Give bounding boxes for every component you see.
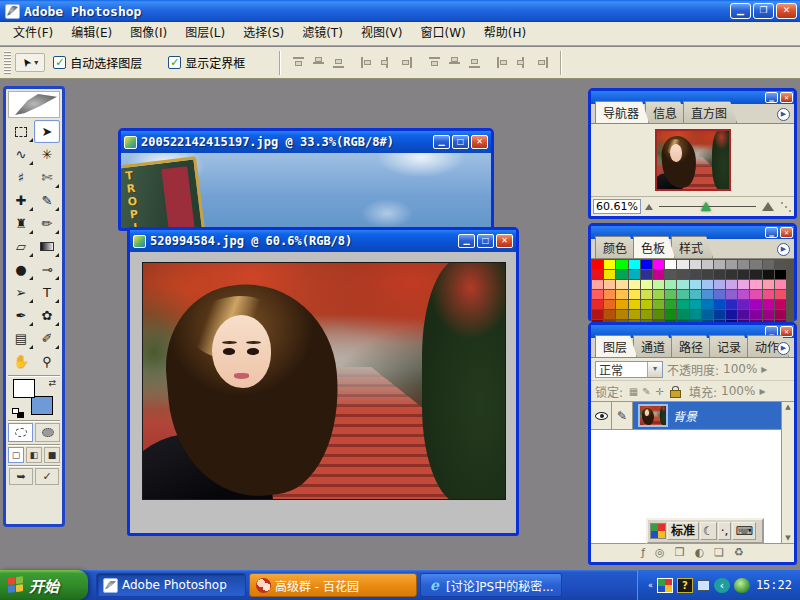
- tool-gradient[interactable]: [34, 235, 60, 258]
- color-swatch[interactable]: [604, 270, 615, 279]
- color-swatch[interactable]: [677, 280, 688, 289]
- color-swatch[interactable]: [726, 270, 737, 279]
- color-swatch[interactable]: [677, 310, 688, 319]
- align-horizontal-centers-button[interactable]: [377, 53, 395, 72]
- tool-magic-wand[interactable]: ✳: [34, 143, 60, 166]
- color-swatch[interactable]: [763, 280, 774, 289]
- move-tool-preset[interactable]: ➤ ▾: [15, 53, 45, 72]
- color-swatch[interactable]: [665, 270, 676, 279]
- color-swatch[interactable]: [653, 300, 664, 309]
- navigator-tab-1[interactable]: 信息: [645, 101, 687, 123]
- delete-layer-button[interactable]: ♻: [734, 545, 744, 561]
- edit-quickmask-mode-button[interactable]: [35, 423, 60, 442]
- layer-style-button[interactable]: ƒ: [641, 545, 645, 561]
- color-swatch[interactable]: [629, 280, 640, 289]
- tool-zoom[interactable]: ⚲: [34, 350, 60, 373]
- color-swatch[interactable]: [750, 310, 761, 319]
- color-swatch[interactable]: [665, 280, 676, 289]
- swatches-tab-2[interactable]: 样式: [671, 236, 713, 258]
- color-swatch[interactable]: [665, 310, 676, 319]
- menu-item-1[interactable]: 编辑(E): [62, 22, 121, 45]
- color-swatch[interactable]: [616, 260, 627, 269]
- layer-row-background[interactable]: ✎ 背景: [591, 402, 794, 430]
- layer-visibility-toggle[interactable]: [591, 402, 612, 429]
- tool-crop[interactable]: ♯: [8, 166, 34, 189]
- color-swatch[interactable]: [763, 310, 774, 319]
- tool-pen[interactable]: ✒: [8, 304, 34, 327]
- color-swatch[interactable]: [616, 280, 627, 289]
- scroll-up-icon[interactable]: ▲: [785, 403, 790, 411]
- network-tray-icon[interactable]: [697, 580, 710, 591]
- color-swatch[interactable]: [750, 280, 761, 289]
- color-swatch[interactable]: [604, 260, 615, 269]
- tool-move[interactable]: ➤: [34, 120, 60, 143]
- color-swatch[interactable]: [641, 290, 652, 299]
- show-bounding-box-checkbox[interactable]: ✓: [168, 56, 181, 69]
- color-swatch[interactable]: [629, 290, 640, 299]
- app-minimize-button[interactable]: ▁: [730, 3, 751, 19]
- distribute-left-edges-button[interactable]: [493, 53, 511, 72]
- color-swatch[interactable]: [714, 300, 725, 309]
- menu-item-7[interactable]: 窗口(W): [411, 22, 474, 45]
- swatches-tab-0[interactable]: 颜色: [595, 236, 637, 258]
- rollup-tray-icon[interactable]: ‹: [714, 578, 730, 593]
- color-swatch[interactable]: [690, 290, 701, 299]
- color-swatch[interactable]: [653, 290, 664, 299]
- menu-item-0[interactable]: 文件(F): [4, 22, 62, 45]
- color-swatch[interactable]: [677, 270, 688, 279]
- lock-transparency-icon[interactable]: ▦: [627, 386, 640, 397]
- navigator-close-button[interactable]: ✕: [780, 92, 793, 103]
- color-swatch[interactable]: [592, 310, 603, 319]
- zoom-out-icon[interactable]: [645, 204, 653, 210]
- fullscreen-mode-button[interactable]: ■: [44, 447, 60, 463]
- tool-slice[interactable]: ✄: [34, 166, 60, 189]
- lock-all-icon[interactable]: [670, 386, 679, 396]
- blend-mode-dropdown-icon[interactable]: ▾: [647, 362, 662, 377]
- color-swatch[interactable]: [629, 270, 640, 279]
- align-left-edges-button[interactable]: [357, 53, 375, 72]
- menu-item-4[interactable]: 选择(S): [234, 22, 293, 45]
- blend-mode-select[interactable]: 正常 ▾: [595, 361, 663, 378]
- color-swatch[interactable]: [604, 290, 615, 299]
- color-swatch[interactable]: [775, 310, 786, 319]
- layer-name[interactable]: 背景: [673, 407, 781, 424]
- menu-item-3[interactable]: 图层(L): [176, 22, 234, 45]
- color-swatch[interactable]: [690, 310, 701, 319]
- layer-thumbnail[interactable]: [638, 404, 668, 427]
- color-swatch[interactable]: [726, 280, 737, 289]
- tool-blur[interactable]: ●: [8, 258, 34, 281]
- fill-arrow-icon[interactable]: ▸: [759, 384, 765, 398]
- distribute-horizontal-centers-button[interactable]: [513, 53, 531, 72]
- navigator-tab-0[interactable]: 导航器: [595, 101, 649, 123]
- distribute-vertical-centers-button[interactable]: [445, 53, 463, 72]
- menu-item-8[interactable]: 帮助(H): [475, 22, 535, 45]
- color-swatch[interactable]: [726, 290, 737, 299]
- hide-icons-chevron[interactable]: «: [648, 581, 653, 590]
- document-window-front[interactable]: 520994584.jpg @ 60.6%(RGB/8) ▁ □ ✕: [127, 227, 519, 536]
- scroll-down-icon[interactable]: ▼: [785, 534, 790, 542]
- doc-front-maximize-button[interactable]: □: [477, 234, 494, 248]
- tool-eyedropper[interactable]: ✐: [34, 327, 60, 350]
- ime-mode-button[interactable]: 标准: [667, 522, 699, 540]
- color-swatch[interactable]: [653, 270, 664, 279]
- color-swatch[interactable]: [665, 260, 676, 269]
- align-top-edges-button[interactable]: [289, 53, 307, 72]
- color-swatch[interactable]: [677, 300, 688, 309]
- color-swatch[interactable]: [702, 260, 713, 269]
- navigator-zoom-input[interactable]: [593, 199, 641, 214]
- task-button-ie[interactable]: e[讨论]PS中的秘密...: [420, 573, 562, 597]
- ime-punctuation-icon[interactable]: ·,: [718, 522, 732, 540]
- color-swatch[interactable]: [750, 290, 761, 299]
- menu-item-6[interactable]: 视图(V): [352, 22, 412, 45]
- color-swatch[interactable]: [750, 300, 761, 309]
- zoom-slider-thumb[interactable]: [701, 202, 711, 211]
- color-swatch[interactable]: [604, 280, 615, 289]
- color-swatch[interactable]: [714, 270, 725, 279]
- tool-path-selection[interactable]: ➢: [8, 281, 34, 304]
- document-window-back[interactable]: 200522142415197.jpg @ 33.3%(RGB/8#) ▁ □ …: [118, 128, 494, 231]
- color-swatch[interactable]: [714, 260, 725, 269]
- color-swatch[interactable]: [641, 300, 652, 309]
- standard-screen-mode-button[interactable]: ▢: [8, 447, 24, 463]
- lock-image-icon[interactable]: ✎: [640, 386, 653, 397]
- color-swatch[interactable]: [738, 290, 749, 299]
